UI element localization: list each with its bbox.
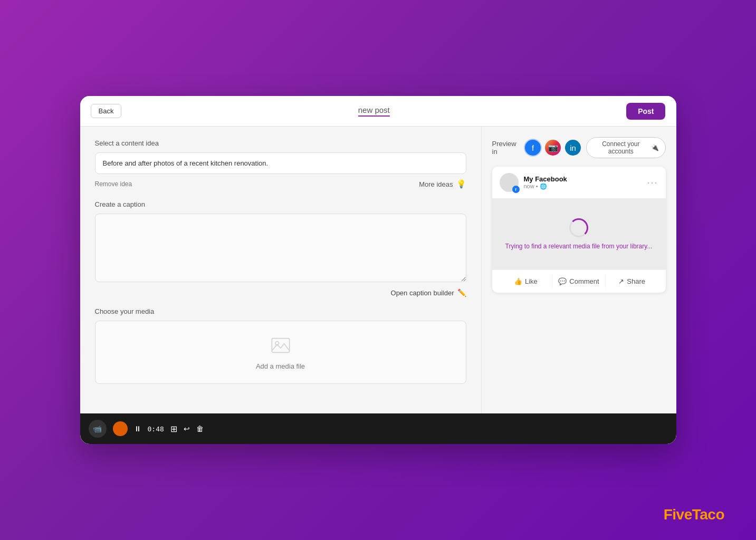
- instagram-icon: 📷: [548, 143, 558, 152]
- fb-user-info: My Facebook now • 🌐: [524, 175, 642, 190]
- content-idea-label: Select a content idea: [95, 139, 466, 147]
- instagram-tab[interactable]: 📷: [545, 140, 561, 156]
- connect-accounts-label: Connect your accounts: [593, 140, 648, 155]
- back-button[interactable]: Back: [91, 104, 122, 118]
- comment-label: Comment: [569, 277, 599, 285]
- more-ideas-label: More ideas: [419, 180, 453, 188]
- fb-badge: f: [512, 186, 520, 193]
- caption-builder-row: Open caption builder ✏️: [95, 288, 466, 297]
- brand-name-part2: Taco: [692, 506, 724, 523]
- video-camera-icon: 📹: [93, 425, 102, 433]
- app-window: Back new post Post Select a content idea…: [80, 96, 676, 444]
- fb-meta: now • 🌐: [524, 183, 642, 190]
- linkedin-tab[interactable]: in: [565, 140, 581, 156]
- avatar: f: [500, 173, 519, 192]
- timer-display: 0:48: [148, 425, 164, 433]
- fb-media-area: Trying to find a relevant media file fro…: [492, 198, 666, 269]
- add-media-label: Add a media file: [256, 362, 305, 370]
- delete-button[interactable]: 🗑: [196, 425, 204, 433]
- pause-button[interactable]: ⏸: [134, 425, 141, 433]
- left-panel: Select a content idea Remove idea More i…: [80, 127, 481, 413]
- finding-media-text: Trying to find a relevant media file fro…: [505, 243, 653, 250]
- share-label: Share: [627, 277, 645, 285]
- fb-actions: 👍 Like 💬 Comment ↗ Share: [492, 269, 666, 293]
- comment-button[interactable]: 💬 Comment: [552, 275, 606, 287]
- media-drop-zone[interactable]: Add a media file: [95, 321, 466, 384]
- like-icon: 👍: [514, 277, 522, 285]
- page-title: new post: [358, 105, 390, 117]
- linkedin-icon: in: [570, 143, 576, 152]
- undo-button[interactable]: ↩: [184, 425, 190, 433]
- main-content: Select a content idea Remove idea More i…: [80, 127, 676, 413]
- facebook-tab[interactable]: f: [525, 140, 541, 156]
- record-button[interactable]: [113, 421, 128, 436]
- like-button[interactable]: 👍 Like: [500, 275, 553, 287]
- social-icons: f 📷 in: [525, 140, 581, 156]
- post-button[interactable]: Post: [626, 103, 665, 120]
- share-button[interactable]: ↗ Share: [606, 275, 658, 287]
- caption-textarea[interactable]: [95, 214, 466, 282]
- brand-logo: FiveTaco: [664, 506, 724, 523]
- preview-header: Preview in f 📷 in Connect your accounts …: [492, 137, 666, 158]
- edit-icon: ✏️: [457, 288, 466, 297]
- caption-label: Create a caption: [95, 200, 466, 208]
- preview-in-label: Preview in: [492, 140, 520, 156]
- fb-username: My Facebook: [524, 175, 642, 183]
- bottom-toolbar: 📹 ⏸ 0:48 ⊞ ↩ 🗑: [80, 413, 676, 444]
- image-icon: [270, 335, 291, 358]
- facebook-preview-card: f My Facebook now • 🌐 ··· Trying to find…: [492, 167, 666, 293]
- content-idea-input[interactable]: [95, 152, 466, 174]
- open-caption-builder-button[interactable]: Open caption builder ✏️: [391, 288, 466, 297]
- lightbulb-icon: 💡: [456, 179, 466, 189]
- media-label: Choose your media: [95, 307, 466, 315]
- svg-rect-0: [272, 338, 289, 352]
- fb-card-header: f My Facebook now • 🌐 ···: [492, 167, 666, 198]
- right-panel: Preview in f 📷 in Connect your accounts …: [481, 127, 676, 413]
- grid-button[interactable]: ⊞: [170, 424, 177, 434]
- idea-actions: Remove idea More ideas 💡: [95, 179, 466, 189]
- connect-accounts-button[interactable]: Connect your accounts 🔌: [586, 137, 665, 158]
- more-options-icon[interactable]: ···: [647, 177, 658, 188]
- more-ideas-button[interactable]: More ideas 💡: [419, 179, 466, 189]
- facebook-icon: f: [532, 143, 534, 152]
- brand-name-part1: Five: [664, 506, 692, 523]
- open-caption-builder-label: Open caption builder: [391, 289, 454, 297]
- loading-spinner: [569, 218, 588, 237]
- comment-icon: 💬: [558, 277, 567, 285]
- header: Back new post Post: [80, 96, 676, 127]
- remove-idea-button[interactable]: Remove idea: [95, 180, 132, 188]
- like-label: Like: [525, 277, 538, 285]
- video-camera-button[interactable]: 📹: [89, 420, 107, 438]
- share-icon: ↗: [618, 277, 624, 285]
- plug-icon: 🔌: [651, 144, 659, 151]
